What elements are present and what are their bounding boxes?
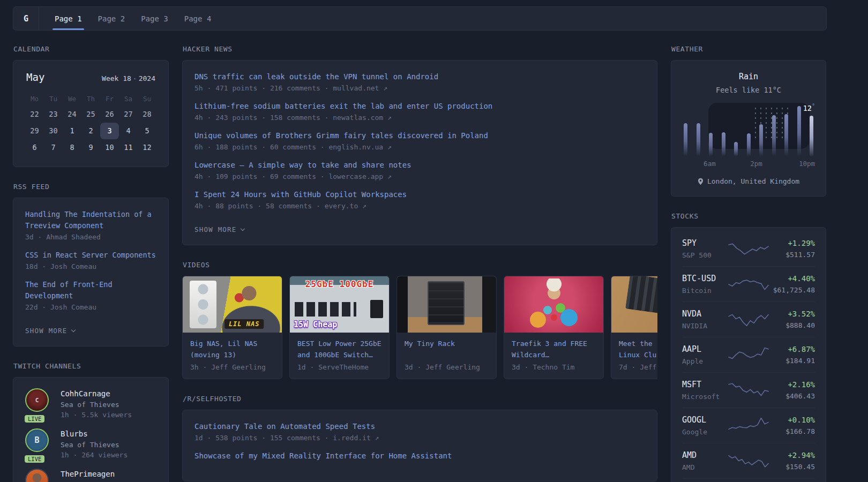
weather-bar: [810, 116, 813, 156]
video-card[interactable]: FA Meet the Linux Clu 7d · Jeff: [611, 276, 657, 379]
twitch-channel-row[interactable]: B LIVE Blurbs Sea of Thieves 1h · 264 vi…: [25, 428, 156, 459]
rss-card: Handling The Indentation of a Treeview C…: [13, 198, 169, 347]
dashboard-grid: CALENDAR May Week 18·2024 Mo Tu We Th Fr…: [13, 45, 827, 482]
location-text: London, United Kingdom: [707, 177, 799, 185]
separator-dot: ·: [133, 74, 137, 82]
feed-item: CSS in React Server Components 18d · Jos…: [25, 250, 156, 270]
nav-tab[interactable]: Page 4: [176, 7, 220, 30]
stock-change: +6.87%: [769, 345, 815, 353]
twitch-avatar-wrap: LIVE: [25, 469, 51, 482]
time-label: 2pm: [750, 160, 762, 168]
video-title[interactable]: Traefik 3 and FREE Wildcard…: [504, 333, 603, 360]
videos-row: LIL NAS Big NAS, Lil NAS (moving 13) 3h …: [182, 276, 657, 379]
stock-row[interactable]: NVDA NVIDIA +3.52% $888.40: [682, 302, 815, 337]
stock-price: $888.40: [769, 321, 815, 329]
calendar-day: 2: [81, 123, 100, 139]
weather-widget: WEATHER Rain Feels like 11°C 12°: [671, 45, 826, 197]
app-logo[interactable]: G: [13, 7, 39, 30]
calendar-day: 6: [25, 139, 44, 156]
twitch-channel-row[interactable]: LIVE ThePrimeagen: [25, 469, 156, 482]
rss-show-more-button[interactable]: SHOW MORE: [25, 327, 75, 335]
section-title-selfhosted: /R/SELFHOSTED: [183, 395, 657, 403]
stock-row[interactable]: AMD AMD +2.94% $150.45: [682, 443, 815, 478]
hackernews-show-more-button[interactable]: SHOW MORE: [194, 225, 244, 234]
feed-item: Cautionary Tale on Automated Speed Tests…: [194, 421, 645, 442]
stock-row[interactable]: BTC-USD Bitcoin +4.40% $61,725.48: [682, 266, 815, 302]
video-title[interactable]: Meet the Linux Clu: [611, 333, 657, 360]
calendar-day: 27: [119, 106, 138, 123]
feed-item-title[interactable]: CSS in React Server Components: [25, 250, 156, 261]
nav-tab[interactable]: Page 2: [90, 7, 133, 30]
feed-item-title[interactable]: DNS traffic can leak outside the VPN tun…: [194, 71, 645, 82]
calendar-card: May Week 18·2024 Mo Tu We Th Fr Sa Su 22…: [13, 60, 169, 167]
video-card[interactable]: My Tiny Rack 3d · Jeff Geerling: [396, 276, 497, 379]
video-thumbnail[interactable]: [397, 276, 496, 333]
stock-sparkline: [728, 451, 769, 471]
twitch-widget: TWITCH CHANNELS C LIVE CohhCarnage Sea o…: [13, 362, 169, 482]
feed-item-title[interactable]: Lowercase – A simple way to take and sha…: [194, 160, 645, 171]
twitch-channel-name[interactable]: Blurbs: [61, 430, 128, 438]
twitch-channel-name[interactable]: CohhCarnage: [61, 389, 132, 398]
stock-name: Microsoft: [682, 393, 728, 401]
twitch-channel-meta: 1h · 5.5k viewers: [61, 411, 132, 419]
video-card[interactable]: 25GbE 100GbE 15W Cheap BEST Low Power 25…: [289, 276, 390, 379]
video-title[interactable]: BEST Low Power 25GbE and 100GbE Switch…: [290, 333, 389, 360]
time-label: 6am: [704, 160, 716, 168]
weather-location: London, United Kingdom: [682, 177, 815, 185]
stock-name: Bitcoin: [682, 287, 728, 295]
feed-item-meta: 4h · 243 points · 158 comments · newatla…: [194, 114, 645, 122]
stock-row[interactable]: GOOGL Google +0.10% $166.78: [682, 408, 815, 443]
selfhosted-widget: /R/SELFHOSTED Cautionary Tale on Automat…: [182, 395, 657, 481]
twitch-channel-info: CohhCarnage Sea of Thieves 1h · 5.5k vie…: [61, 388, 132, 419]
feed-item-title[interactable]: Unique volumes of Brothers Grimm fairy t…: [194, 130, 645, 141]
nav-tab[interactable]: Page 3: [133, 7, 176, 30]
calendar-day: 9: [81, 139, 100, 156]
stock-row[interactable]: RDDT -1.65%: [682, 478, 815, 482]
video-thumbnail[interactable]: LIL NAS: [183, 276, 282, 333]
twitch-channel-name[interactable]: ThePrimeagen: [61, 470, 115, 478]
video-card[interactable]: Traefik 3 and FREE Wildcard… 3d · Techno…: [504, 276, 604, 379]
weather-bars: [684, 106, 813, 156]
video-thumbnail[interactable]: [504, 276, 603, 333]
feed-item: Lowercase – A simple way to take and sha…: [194, 160, 645, 180]
video-card[interactable]: LIL NAS Big NAS, Lil NAS (moving 13) 3h …: [182, 276, 282, 379]
stock-id: GOOGL Google: [682, 415, 728, 436]
selfhosted-card: Cautionary Tale on Automated Speed Tests…: [182, 410, 657, 481]
stock-ticker: AAPL: [682, 344, 728, 354]
feed-item-title[interactable]: The End of Front-End Development: [25, 279, 156, 302]
stock-ticker: AMD: [682, 450, 728, 460]
stock-price: $61,725.48: [769, 286, 815, 294]
twitch-channel-meta: 1h · 264 viewers: [61, 451, 128, 459]
weather-bar: [709, 133, 713, 156]
calendar-year: 2024: [139, 74, 155, 82]
stock-change: +1.29%: [769, 239, 815, 247]
stock-row[interactable]: SPY S&P 500 +1.29% $511.57: [682, 231, 815, 266]
stock-sparkline: [728, 274, 769, 295]
right-column: WEATHER Rain Feels like 11°C 12°: [671, 45, 826, 482]
stock-sparkline: [728, 416, 769, 436]
twitch-channel-row[interactable]: C LIVE CohhCarnage Sea of Thieves 1h · 5…: [25, 388, 156, 419]
feed-item-title[interactable]: Handling The Indentation of a Treeview C…: [25, 209, 156, 231]
weather-bar: [684, 123, 687, 156]
stock-row[interactable]: MSFT Microsoft +2.16% $406.43: [682, 372, 815, 408]
feed-item-title[interactable]: Showcase of my Mixed Reality Interface f…: [194, 450, 645, 462]
feed-item-title[interactable]: I Spent 24 Hours with GitHub Copilot Wor…: [194, 189, 645, 200]
nav-tab[interactable]: Page 1: [47, 7, 90, 30]
calendar-dates-grid: 22 23 24 25 26 27 28 29 30 1 2 3 4 5 6 7…: [25, 106, 156, 156]
degree-symbol: °: [812, 103, 815, 109]
video-meta: 7d · Jeff: [611, 360, 657, 379]
location-pin-icon: [698, 178, 704, 185]
stock-values: +0.10% $166.78: [769, 416, 815, 435]
video-title[interactable]: Big NAS, Lil NAS (moving 13): [183, 333, 282, 360]
stocks-widget: STOCKS SPY S&P 500 +1.29% $511.57 BTC-US…: [671, 212, 826, 482]
stock-values: +3.52% $888.40: [769, 310, 815, 329]
stock-row[interactable]: AAPL Apple +6.87% $184.91: [682, 337, 815, 372]
stock-change: +0.10%: [769, 416, 815, 424]
feed-item-title[interactable]: Lithium-free sodium batteries exit the l…: [194, 101, 645, 112]
video-thumbnail[interactable]: 25GbE 100GbE 15W Cheap: [290, 276, 389, 333]
video-thumbnail[interactable]: FA: [611, 276, 657, 333]
section-title-twitch: TWITCH CHANNELS: [13, 362, 169, 370]
rss-widget: RSS FEED Handling The Indentation of a T…: [13, 183, 169, 347]
feed-item-title[interactable]: Cautionary Tale on Automated Speed Tests: [194, 421, 645, 432]
video-title[interactable]: My Tiny Rack: [397, 333, 496, 360]
